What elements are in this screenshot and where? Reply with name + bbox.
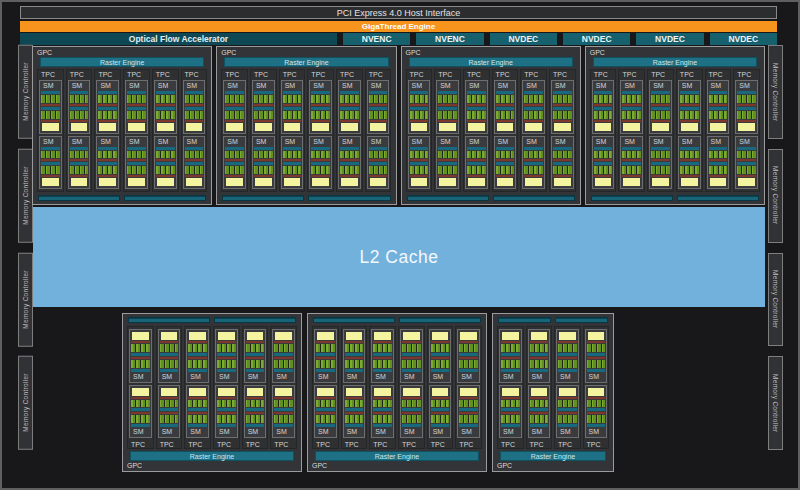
sm-core-grid xyxy=(156,166,175,174)
sm-core-grid xyxy=(530,344,549,352)
sm-l1-bar xyxy=(225,162,244,165)
polymorph-bar-row xyxy=(407,195,575,201)
sm-rt-core xyxy=(71,123,88,131)
sm-core-grid xyxy=(274,344,293,352)
sm-l1-bar xyxy=(709,107,728,110)
nvdec-block: NVDEC xyxy=(636,33,703,45)
sm-label: SM xyxy=(131,373,150,381)
sm-core-grid xyxy=(467,95,486,103)
tpc-column: TPCSMSM xyxy=(369,326,396,449)
sm-l1-bar xyxy=(156,107,175,110)
gigathread-engine-bar: GigaThread Engine xyxy=(20,21,777,32)
sm-tensor-bar xyxy=(587,412,606,414)
sm-tensor-bar xyxy=(98,104,117,106)
sm-label: SM xyxy=(553,138,572,146)
sm-core-grid xyxy=(254,111,273,119)
sm-core-grid xyxy=(131,415,150,423)
sm-tensor-bar xyxy=(501,357,520,359)
sm-core-grid xyxy=(501,344,520,352)
sm-tensor-bar xyxy=(254,104,273,106)
sm-core-grid xyxy=(156,95,175,103)
sm-rt-core xyxy=(710,123,727,131)
sm-core-grid xyxy=(496,95,515,103)
sm-l1-bar xyxy=(467,162,486,165)
sm-tensor-bar xyxy=(373,412,392,414)
sm-core-grid xyxy=(558,415,577,423)
sm-core-grid xyxy=(558,360,577,368)
sm-tensor-bar xyxy=(283,120,302,122)
tpc-label: TPC xyxy=(309,70,332,78)
sm-core-grid xyxy=(373,400,392,408)
sm-core-grid xyxy=(225,111,244,119)
sm-label: SM xyxy=(41,138,60,146)
sm-l1-bar xyxy=(530,408,549,411)
tpc-row: TPCSMSMTPCSMSMTPCSMSMTPCSMSM xyxy=(497,326,609,449)
sm-l1-bar xyxy=(70,107,89,110)
sm-core-grid xyxy=(622,151,641,159)
raster-engine-bar: Raster Engine xyxy=(593,57,757,67)
sm-tensor-bar xyxy=(680,159,699,161)
sm-tensor-bar xyxy=(316,357,335,359)
sm-l1-bar xyxy=(501,353,520,356)
memory-controller: Memory Controller xyxy=(18,149,33,243)
sm-label: SM xyxy=(225,82,244,90)
sm-l1-bar xyxy=(410,162,429,165)
tpc-column: TPCSMSM xyxy=(583,326,610,449)
sm-label: SM xyxy=(225,138,244,146)
sm-l1-bar xyxy=(131,424,150,427)
sm-core-grid xyxy=(274,400,293,408)
sm-block: SM xyxy=(68,136,91,190)
sm-block: SM xyxy=(186,385,209,439)
gpc-row-bottom: GPCRaster EngineTPCSMSMTPCSMSMTPCSMSMTPC… xyxy=(122,313,614,472)
sm-l1-bar xyxy=(709,91,728,94)
sm-rt-core xyxy=(132,332,149,340)
sm-tensor-bar xyxy=(340,175,359,177)
sm-rt-core xyxy=(652,178,669,186)
sm-core-grid xyxy=(345,400,364,408)
sm-l1-bar xyxy=(594,147,613,150)
sm-l1-bar xyxy=(316,369,335,372)
sm-rt-core xyxy=(559,332,576,340)
sm-rt-core xyxy=(374,388,391,396)
sm-l1-bar xyxy=(98,147,117,150)
sm-rt-core xyxy=(128,123,145,131)
sm-tensor-bar xyxy=(127,104,146,106)
sm-l1-bar xyxy=(340,107,359,110)
sm-core-grid xyxy=(622,111,641,119)
sm-l1-bar xyxy=(622,162,641,165)
sm-block: SM xyxy=(223,80,246,134)
sm-l1-bar xyxy=(558,353,577,356)
sm-l1-bar xyxy=(345,424,364,427)
sm-tensor-bar xyxy=(524,159,543,161)
sm-l1-bar xyxy=(316,353,335,356)
sm-l1-bar xyxy=(524,107,543,110)
sm-rt-core xyxy=(738,178,755,186)
tpc-column: TPCSMSM xyxy=(250,69,277,192)
sm-rt-core xyxy=(411,178,428,186)
sm-block: SM xyxy=(39,80,62,134)
sm-rt-core xyxy=(284,178,301,186)
sm-core-grid xyxy=(373,344,392,352)
polymorph-bar xyxy=(498,317,551,323)
sm-label: SM xyxy=(680,138,699,146)
sm-l1-bar xyxy=(311,162,330,165)
polymorph-bar xyxy=(399,317,481,323)
sm-tensor-bar xyxy=(185,175,204,177)
tpc-column: TPCSMSM xyxy=(221,69,248,192)
sm-tensor-bar xyxy=(131,357,150,359)
tpc-column: TPCSMSM xyxy=(455,326,482,449)
sm-l1-bar xyxy=(283,107,302,110)
sm-l1-bar xyxy=(254,107,273,110)
polymorph-bar xyxy=(313,317,395,323)
tpc-label: TPC xyxy=(585,440,608,448)
sm-l1-bar xyxy=(402,424,421,427)
sm-core-grid xyxy=(558,400,577,408)
tpc-label: TPC xyxy=(96,70,119,78)
tpc-column: TPCSMSM xyxy=(365,69,392,192)
sm-block: SM xyxy=(158,385,181,439)
sm-core-grid xyxy=(459,415,478,423)
sm-l1-bar xyxy=(274,408,293,411)
sm-core-grid xyxy=(70,111,89,119)
sm-core-grid xyxy=(274,360,293,368)
sm-rt-core xyxy=(554,178,571,186)
